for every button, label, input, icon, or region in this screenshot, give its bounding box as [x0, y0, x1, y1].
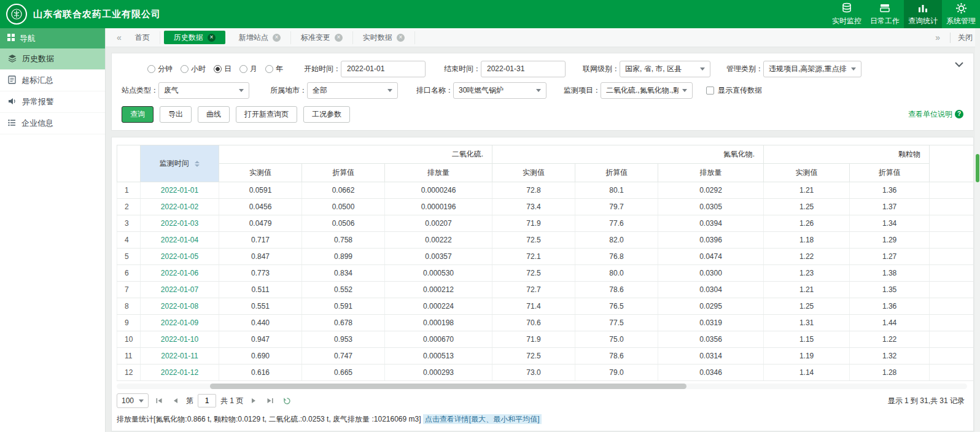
- tab-history-data[interactable]: 历史数据 ×: [164, 31, 225, 44]
- table-row[interactable]: 62022-01-060.7730.8340.00053072.580.00.0…: [117, 265, 974, 282]
- end-time-input[interactable]: [481, 61, 566, 77]
- unit-link-label: 查看单位说明: [908, 109, 952, 120]
- export-button[interactable]: 导出: [160, 106, 192, 123]
- last-page-button[interactable]: [264, 395, 276, 407]
- row-date-link[interactable]: 2022-01-08: [141, 298, 219, 315]
- tab-standard-change[interactable]: 标准变更 ×: [291, 31, 353, 44]
- refresh-icon[interactable]: [281, 395, 293, 407]
- sidebar-item-label: 超标汇总: [21, 75, 53, 86]
- row-value: 0.552: [302, 282, 385, 298]
- period-radio-month[interactable]: 月: [239, 64, 257, 74]
- close-icon[interactable]: ×: [397, 34, 405, 42]
- nav-query-statistics[interactable]: 查询统计: [904, 0, 942, 28]
- nav-realtime-monitoring[interactable]: 实时监控: [828, 0, 866, 28]
- unit-description-link[interactable]: 查看单位说明 ?: [908, 109, 963, 120]
- table-row[interactable]: 112022-01-110.6900.7470.00051372.578.60.…: [117, 348, 974, 364]
- time-header-label: 监测时间: [160, 159, 189, 168]
- row-date-link[interactable]: 2022-01-01: [141, 182, 219, 199]
- vertical-scrollbar[interactable]: [975, 28, 980, 432]
- row-value: 71.9: [492, 331, 575, 348]
- sidebar-item-enterprise-info[interactable]: 企业信息: [0, 113, 105, 134]
- close-icon[interactable]: ×: [335, 34, 343, 42]
- time-column-header[interactable]: 监测时间: [141, 145, 219, 182]
- table-row[interactable]: 82022-01-080.5510.5910.00022471.476.50.0…: [117, 298, 974, 315]
- radio-input[interactable]: [265, 65, 273, 73]
- period-radio-day[interactable]: 日: [214, 64, 231, 74]
- close-all-button[interactable]: 关闭: [950, 33, 973, 43]
- history-data-table: 监测时间 二氧化硫. 氮氧化物. 颗粒物 实测值 折算值 排放量: [117, 145, 973, 381]
- row-value: 0.0500: [302, 199, 385, 215]
- condition-params-button[interactable]: 工况参数: [303, 106, 350, 123]
- table-row[interactable]: 42022-01-040.7170.7580.0022272.582.00.03…: [117, 232, 974, 249]
- table-row[interactable]: 72022-01-070.5110.5520.00021272.778.60.0…: [117, 282, 974, 298]
- tabs-scroll-right-icon[interactable]: »: [931, 33, 944, 42]
- sidebar-item-over-limit-summary[interactable]: 超标汇总: [0, 70, 105, 91]
- page-size-select[interactable]: 100: [117, 393, 149, 408]
- table-row[interactable]: 32022-01-030.04790.05060.0020771.977.60.…: [117, 215, 974, 232]
- subheader-converted: 折算值: [850, 164, 930, 182]
- chevron-down-icon: [139, 399, 144, 403]
- table-row[interactable]: 122022-01-120.6160.6650.00029373.079.00.…: [117, 364, 974, 381]
- table-row[interactable]: 52022-01-050.8470.8990.0035772.176.80.04…: [117, 249, 974, 265]
- view-detail-link[interactable]: 点击查看详情[最大、最小和平均值]: [423, 414, 542, 424]
- tab-realtime-data[interactable]: 实时数据 ×: [353, 31, 415, 44]
- period-radio-minute[interactable]: 分钟: [147, 64, 173, 74]
- table-row[interactable]: 92022-01-090.4400.6780.00019870.677.50.0…: [117, 315, 974, 331]
- monitor-item-select[interactable]: 二氧化硫.,氮氧化物.,颗粒: [601, 82, 693, 99]
- sidebar-item-abnormal-alarm[interactable]: 异常报警: [0, 91, 105, 113]
- direct-data-checkbox[interactable]: 显示直传数据: [706, 85, 762, 96]
- company-name: 山东省联合农药工业有限公司: [33, 9, 161, 20]
- manage-type-select[interactable]: 违规项目,高架源,重点排: [763, 61, 861, 77]
- next-page-button[interactable]: [247, 395, 260, 407]
- row-date-link[interactable]: 2022-01-03: [141, 215, 219, 232]
- nav-system-management[interactable]: 系统管理: [942, 0, 980, 28]
- horizontal-scrollbar[interactable]: [117, 384, 967, 389]
- radio-input[interactable]: [214, 65, 222, 73]
- first-page-button[interactable]: [153, 395, 165, 407]
- radio-input[interactable]: [147, 65, 155, 73]
- nav-daily-work[interactable]: 日常工作: [866, 0, 904, 28]
- row-value: 1.25: [764, 199, 850, 215]
- close-icon[interactable]: ×: [208, 34, 216, 42]
- row-date-link[interactable]: 2022-01-02: [141, 199, 219, 215]
- radio-input[interactable]: [239, 65, 247, 73]
- period-radio-hour[interactable]: 小时: [181, 64, 206, 74]
- curve-button[interactable]: 曲线: [198, 106, 230, 123]
- row-date-link[interactable]: 2022-01-05: [141, 249, 219, 265]
- row-date-link[interactable]: 2022-01-07: [141, 282, 219, 298]
- tab-home[interactable]: 首页: [125, 31, 160, 44]
- manage-type-label: 管理类别：: [726, 64, 763, 74]
- subheader-emission: 排放量: [658, 164, 764, 182]
- table-row[interactable]: 22022-01-020.04560.05000.000019673.479.7…: [117, 199, 974, 215]
- row-date-link[interactable]: 2022-01-09: [141, 315, 219, 331]
- checkbox-input[interactable]: [706, 87, 714, 94]
- start-time-input[interactable]: [341, 61, 426, 77]
- station-type-select[interactable]: 废气: [158, 82, 249, 99]
- radio-input[interactable]: [181, 65, 189, 73]
- period-radio-year[interactable]: 年: [265, 64, 283, 74]
- collapse-panel-chevron-icon[interactable]: [955, 62, 963, 68]
- row-date-link[interactable]: 2022-01-12: [141, 364, 219, 381]
- prev-page-button[interactable]: [169, 395, 182, 407]
- tab-bar: « 首页 历史数据 × 新增站点 × 标准变更 × 实时数据 × »: [106, 28, 980, 47]
- network-level-select[interactable]: 国家, 省, 市, 区县: [620, 61, 710, 77]
- document-icon: [8, 75, 16, 86]
- row-date-link[interactable]: 2022-01-04: [141, 232, 219, 249]
- row-value: 0.0292: [658, 182, 764, 199]
- tabs-scroll-left-icon[interactable]: «: [113, 33, 125, 42]
- page-number-input[interactable]: [198, 394, 216, 407]
- open-new-query-button[interactable]: 打开新查询页: [236, 106, 297, 123]
- table-row[interactable]: 12022-01-010.05910.06620.000024672.880.1…: [117, 182, 974, 199]
- close-icon[interactable]: ×: [273, 34, 281, 42]
- sidebar-item-history-data[interactable]: 历史数据: [0, 48, 105, 70]
- city-select[interactable]: 全部: [307, 82, 398, 99]
- row-date-link[interactable]: 2022-01-11: [141, 348, 219, 364]
- tab-new-station[interactable]: 新增站点 ×: [229, 31, 291, 44]
- query-button[interactable]: 查询: [122, 106, 154, 123]
- vertical-scrollbar-thumb[interactable]: [976, 154, 979, 182]
- outlet-name-select[interactable]: 30吨燃气锅炉: [453, 82, 546, 99]
- row-date-link[interactable]: 2022-01-06: [141, 265, 219, 282]
- horizontal-scrollbar-thumb[interactable]: [210, 384, 686, 389]
- table-row[interactable]: 102022-01-100.9470.9530.00067071.975.00.…: [117, 331, 974, 348]
- row-date-link[interactable]: 2022-01-10: [141, 331, 219, 348]
